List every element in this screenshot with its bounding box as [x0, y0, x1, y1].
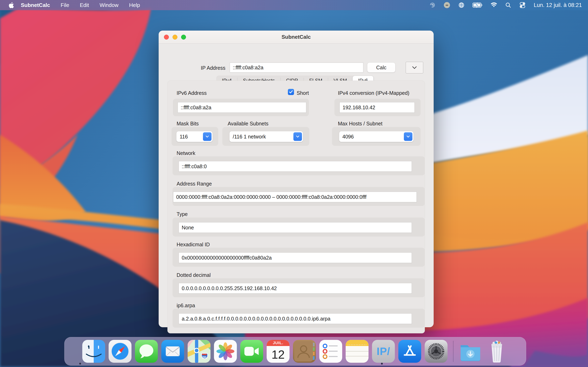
dock-trash-icon[interactable]	[485, 340, 508, 363]
dock-mail-icon[interactable]	[161, 340, 184, 363]
dock-maps-icon[interactable]: 280	[188, 340, 210, 363]
calendar-month-label: JUIL.	[267, 340, 290, 346]
subnetcalc-glyph: IP/	[377, 345, 390, 358]
mask-bits-popup[interactable]: 116	[176, 131, 213, 142]
dock-safari-icon[interactable]	[109, 340, 131, 363]
calendar-day-label: 12	[267, 346, 290, 363]
calc-button[interactable]: Calc	[367, 62, 396, 73]
available-subnets-label: Available Subnets	[228, 121, 268, 127]
ip6-arpa-label: ip6.arpa	[177, 303, 195, 309]
maps-shield-label: 280	[202, 356, 207, 359]
creative-cloud-icon[interactable]: ∞	[443, 2, 450, 8]
apple-menu[interactable]	[8, 1, 14, 9]
window-title: SubnetCalc	[159, 34, 434, 40]
max-hosts-popup[interactable]: 4096	[339, 131, 414, 142]
chevron-down-icon	[412, 66, 417, 69]
ip-address-input[interactable]: ::ffff:c0a8:a2a	[230, 62, 363, 73]
dock: 280 JUIL. 12	[64, 337, 526, 366]
max-hosts-label: Max Hosts / Subnet	[338, 121, 382, 127]
window-titlebar[interactable]: SubnetCalc	[159, 31, 434, 44]
type-label: Type	[177, 211, 188, 217]
network-label: Network	[177, 150, 195, 156]
subnetcalc-running-indicator	[381, 363, 383, 365]
hexadecimal-id-label: Hexadicmal ID	[177, 242, 210, 248]
swirl-icon[interactable]	[429, 2, 436, 8]
globe-icon[interactable]	[458, 2, 465, 8]
network-field[interactable]: ::ffff:c0a8:0	[179, 161, 412, 172]
address-range-label: Address Range	[177, 181, 212, 187]
short-checkbox[interactable]	[288, 89, 294, 95]
popup-chevron-icon	[293, 132, 302, 141]
dotted-decimal-label: Dotted decimal	[177, 272, 211, 278]
dock-downloads-folder-icon[interactable]	[459, 340, 482, 363]
dock-subnetcalc-icon[interactable]: IP/	[372, 340, 395, 363]
ipv6-address-label: IPv6 Address	[177, 90, 207, 96]
apple-icon	[8, 1, 14, 9]
dock-contacts-icon[interactable]	[293, 340, 316, 363]
dock-messages-icon[interactable]	[135, 340, 158, 363]
dock-photos-icon[interactable]	[214, 340, 237, 363]
history-pulldown-button[interactable]	[406, 62, 423, 73]
dock-system-preferences-icon[interactable]	[425, 340, 448, 363]
svg-text:∞: ∞	[446, 3, 448, 7]
ipv6-address-field[interactable]: ::ffff:c0a8:a2a	[178, 102, 306, 113]
address-range-field[interactable]: 0000:0000:ffff:c0a8:0a2a:0000:0000:0000 …	[173, 192, 417, 202]
finder-running-indicator	[79, 363, 81, 365]
ipv4-conversion-label: IPv4 conversion (IPv4-Mapped)	[338, 90, 409, 96]
popup-chevron-icon	[404, 132, 412, 141]
control-center-icon[interactable]	[519, 2, 526, 8]
ip6-arpa-field[interactable]: a.2.a.0.8.a.0.c.f.f.f.f.0.0.0.0.0.0.0.0.…	[179, 313, 412, 324]
menu-edit[interactable]: Edit	[80, 2, 89, 8]
dock-notes-icon[interactable]	[346, 340, 369, 363]
dotted-decimal-field[interactable]: 0.0.0.0.0.0.0.0.0.0.255.255.192.168.10.4…	[179, 283, 412, 294]
dock-facetime-icon[interactable]	[240, 340, 263, 363]
subnetcalc-window: SubnetCalc IP Address ::ffff:c0a8:a2a Ca…	[159, 31, 434, 327]
checkmark-icon	[289, 90, 293, 94]
menu-help[interactable]: Help	[129, 2, 140, 8]
search-icon[interactable]	[505, 2, 511, 8]
ipv4-conversion-field[interactable]: 192.168.10.42	[339, 102, 415, 113]
menubar-app-name[interactable]: SubnetCalc	[21, 2, 50, 8]
popup-chevron-icon	[203, 132, 212, 141]
mask-bits-label: Mask Bits	[177, 121, 199, 127]
hexadecimal-id-field[interactable]: 0x00000000000000000000ffffc0a80a2a	[179, 252, 412, 263]
dock-app-store-icon[interactable]	[398, 340, 421, 363]
menu-file[interactable]: File	[61, 2, 69, 8]
menubar-clock[interactable]: Lun. 12 juil. à 08:21	[534, 2, 582, 8]
short-checkbox-label: Short	[297, 90, 309, 96]
wifi-icon[interactable]	[490, 2, 497, 8]
ip-address-label: IP Address	[159, 65, 225, 71]
dock-separator	[453, 341, 453, 362]
menu-window[interactable]: Window	[100, 2, 118, 8]
type-field[interactable]: None	[179, 222, 412, 233]
dock-calendar-icon[interactable]: JUIL. 12	[267, 340, 290, 363]
dock-reminders-icon[interactable]	[319, 340, 342, 363]
battery-charging-icon[interactable]	[472, 2, 483, 8]
menu-bar: SubnetCalc File Edit Window Help ∞	[0, 0, 588, 10]
available-subnets-popup[interactable]: /116 1 network	[229, 131, 303, 142]
dock-finder-icon[interactable]	[82, 340, 105, 363]
